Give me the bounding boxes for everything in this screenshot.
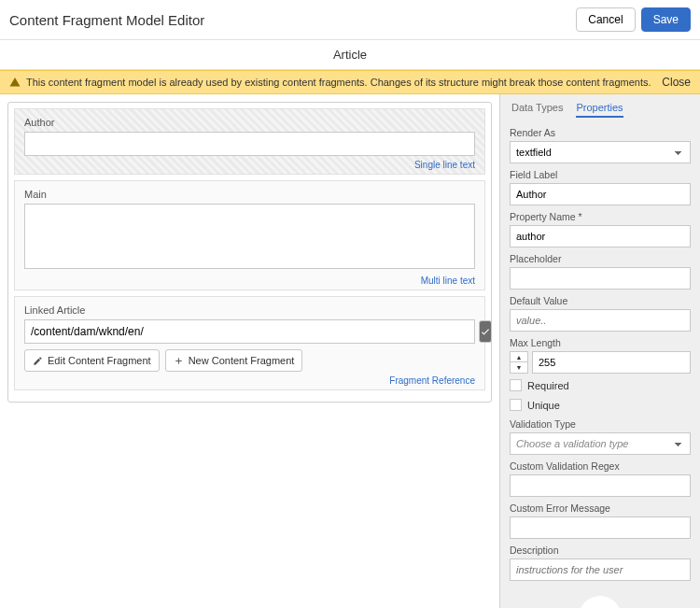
placeholder-input[interactable]: [510, 267, 691, 290]
tab-data-types[interactable]: Data Types: [511, 102, 563, 118]
model-name-header: Article: [0, 40, 700, 70]
right-sidebar: Data Types Properties Render As textfiel…: [499, 94, 700, 608]
max-length-stepper[interactable]: ▲ ▼: [510, 351, 528, 374]
field-main-label: Main: [24, 189, 475, 200]
stepper-down-icon[interactable]: ▼: [511, 362, 527, 373]
field-author-type: Single line text: [24, 160, 475, 170]
field-author[interactable]: Author Single line text: [14, 108, 485, 175]
field-linked-article[interactable]: Linked Article Edit Content Fragment New…: [14, 296, 485, 390]
field-label-label: Field Label: [510, 169, 691, 180]
field-author-label: Author: [24, 117, 475, 128]
field-author-input[interactable]: [24, 132, 475, 156]
field-label-input[interactable]: [510, 183, 691, 205]
custom-error-label: Custom Error Message: [510, 502, 691, 514]
warning-banner: This content fragment model is already u…: [0, 70, 700, 94]
page-title: Content Fragment Model Editor: [9, 12, 204, 28]
property-name-input[interactable]: [510, 225, 691, 247]
field-linked-confirm-button[interactable]: [479, 320, 492, 343]
banner-close[interactable]: Close: [662, 76, 691, 89]
description-label: Description: [510, 544, 691, 556]
field-main[interactable]: Main Multi line text: [14, 180, 485, 290]
unique-checkbox[interactable]: [510, 399, 522, 411]
editor-canvas: Author Single line text Main Multi line …: [0, 94, 499, 608]
delete-field-button[interactable]: [579, 596, 622, 608]
required-checkbox[interactable]: [510, 379, 522, 391]
field-main-type: Multi line text: [24, 276, 475, 286]
render-as-label: Render As: [510, 127, 691, 138]
check-icon: [480, 326, 491, 337]
placeholder-label: Placeholder: [510, 253, 691, 264]
pencil-icon: [33, 356, 43, 366]
default-value-input[interactable]: [510, 309, 691, 332]
warning-text: This content fragment model is already u…: [26, 77, 651, 88]
max-length-label: Max Length: [510, 337, 691, 348]
top-actions: Cancel Save: [576, 7, 691, 32]
field-linked-path-input[interactable]: [24, 319, 475, 344]
default-value-label: Default Value: [510, 295, 691, 306]
top-bar: Content Fragment Model Editor Cancel Sav…: [0, 0, 700, 40]
required-label: Required: [527, 380, 569, 391]
warning-icon: [9, 77, 21, 88]
max-length-input[interactable]: [532, 351, 691, 374]
custom-regex-input[interactable]: [510, 474, 691, 497]
validation-type-label: Validation Type: [510, 418, 691, 430]
unique-label: Unique: [527, 400, 560, 411]
field-linked-label: Linked Article: [24, 304, 475, 316]
stepper-up-icon[interactable]: ▲: [511, 352, 527, 362]
cancel-button[interactable]: Cancel: [576, 7, 635, 32]
property-name-label: Property Name *: [510, 211, 691, 222]
plus-icon: [174, 356, 184, 366]
tab-properties[interactable]: Properties: [576, 102, 623, 118]
render-as-select[interactable]: textfield: [510, 141, 691, 163]
edit-content-fragment-button[interactable]: Edit Content Fragment: [24, 349, 160, 372]
new-content-fragment-button[interactable]: New Content Fragment: [165, 349, 303, 372]
custom-error-input[interactable]: [510, 516, 691, 539]
description-input[interactable]: [510, 559, 691, 581]
field-main-input[interactable]: [24, 204, 475, 269]
field-linked-type: Fragment Reference: [24, 375, 475, 386]
custom-regex-label: Custom Validation Regex: [510, 460, 691, 472]
validation-type-select[interactable]: Choose a validation type: [510, 432, 691, 455]
save-button[interactable]: Save: [641, 7, 691, 32]
